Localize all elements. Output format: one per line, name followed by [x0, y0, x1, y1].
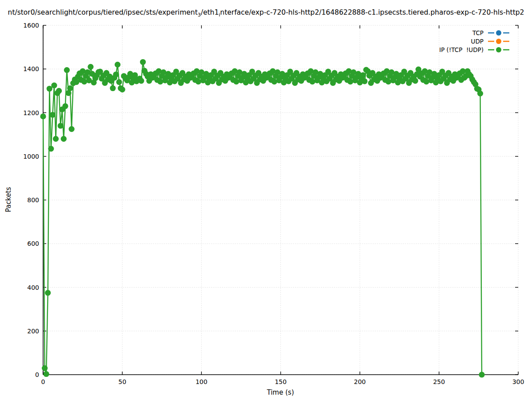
data-point	[53, 136, 59, 142]
data-point	[64, 67, 70, 73]
y-tick-label: 1200	[23, 109, 39, 116]
data-point	[362, 78, 368, 84]
data-point	[42, 365, 48, 371]
data-point	[110, 85, 116, 91]
series-line	[43, 62, 482, 375]
data-point	[58, 123, 64, 128]
x-tick-label: 100	[196, 378, 208, 385]
data-point	[56, 88, 62, 94]
x-tick-label: 200	[354, 378, 366, 385]
data-point	[69, 126, 75, 132]
legend-label-udp: UDP	[471, 38, 484, 45]
data-point	[116, 79, 122, 85]
data-point	[120, 87, 125, 92]
y-tick-label: 400	[27, 284, 39, 291]
data-point	[140, 59, 146, 65]
data-point	[50, 112, 56, 118]
data-point	[40, 113, 46, 119]
data-point	[138, 78, 144, 84]
legend-label-ip: IP (!TCP !UDP)	[439, 46, 484, 53]
data-point	[479, 372, 484, 377]
data-point	[67, 85, 73, 91]
x-axis-label: Time (s)	[236, 388, 325, 396]
data-point	[45, 290, 51, 296]
legend-item-ip-not-tcp-not-udp: IP (!TCP !UDP)	[439, 45, 509, 54]
data-point	[88, 64, 93, 70]
legend-marker-udp-icon	[488, 38, 509, 44]
y-tick-label: 600	[27, 240, 39, 247]
chart-canvas: 0501001502002503000200400600800100012001…	[0, 0, 532, 400]
y-tick-label: 1400	[23, 65, 39, 72]
x-tick-label: 150	[275, 378, 287, 385]
legend: TCP UDP IP (!TCP !UDP)	[439, 28, 509, 54]
data-point	[62, 103, 68, 109]
y-tick-label: 0	[35, 371, 39, 378]
x-tick-label: 50	[118, 378, 126, 385]
legend-marker-tcp-icon	[488, 30, 509, 36]
data-point	[48, 146, 54, 152]
legend-item-tcp: TCP	[439, 28, 509, 37]
y-tick-label: 1600	[23, 22, 39, 29]
data-point	[477, 91, 483, 96]
legend-marker-ip-icon	[488, 47, 509, 53]
legend-item-udp: UDP	[439, 37, 509, 45]
y-tick-label: 1000	[23, 153, 39, 160]
data-point	[360, 72, 366, 78]
legend-label-tcp: TCP	[472, 29, 484, 36]
data-point	[113, 72, 119, 77]
y-axis-label: Packets	[4, 177, 12, 222]
data-point	[115, 62, 120, 68]
x-tick-label: 250	[433, 378, 445, 385]
x-tick-label: 0	[41, 378, 45, 385]
x-tick-label: 300	[512, 378, 524, 385]
data-point	[61, 136, 67, 142]
y-tick-label: 200	[27, 328, 39, 335]
data-point	[51, 83, 57, 88]
data-point	[44, 371, 49, 377]
data-point	[412, 78, 418, 84]
y-tick-label: 800	[27, 196, 39, 204]
